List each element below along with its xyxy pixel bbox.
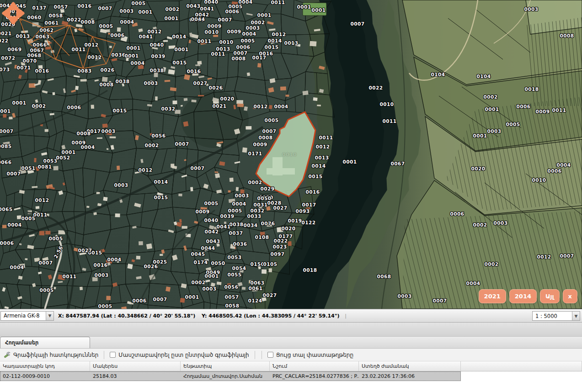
parcels-grid: Կադաստրային կոդՄակերեսԵնթատիպՆշումՍտեղծ … — [0, 361, 582, 381]
grid-cell: 23.02.2026 17:36:06 — [359, 371, 461, 381]
imagery-year-buttons: 20212014Այլx — [479, 289, 577, 303]
graphics-properties-button[interactable]: Գրաֆիկայի հատկություններ — [0, 350, 102, 360]
chevron-down-icon[interactable]: ▼ — [572, 312, 580, 320]
grid-header: Կադաստրային կոդՄակերեսԵնթատիպՆշումՍտեղծ … — [0, 361, 582, 371]
year-button-այլ[interactable]: Այլ — [540, 289, 560, 303]
satellite-map — [0, 0, 582, 309]
scale-value: 1 : 5000 — [533, 313, 572, 319]
grid-column-header[interactable]: Կադաստրային կոդ — [0, 361, 90, 371]
grid-cell: Հողամաս_մոտավոր.Սահման — [181, 371, 270, 381]
pan-control[interactable] — [0, 0, 27, 26]
cursor-coordinates: X: 8447587.94 (Lat : 40.348662 / 40° 20'… — [58, 313, 347, 319]
projection-value: Armenia GK-8 — [1, 313, 46, 319]
map-viewport[interactable]: 0048004500180019013700570016002000600058… — [0, 0, 582, 309]
pan-right-icon — [18, 10, 23, 17]
show-documents-checkbox[interactable]: Ցույց տալ փաստաթղթերը — [264, 352, 357, 358]
graphics-properties-label: Գրաֆիկայի հատկություններ — [13, 352, 98, 358]
checkbox-icon[interactable] — [110, 352, 116, 358]
map-status-bar: Armenia GK-8 ▼ X: 8447587.94 (Lat : 40.3… — [0, 309, 582, 323]
grid-column-header[interactable]: Ստեղծ ժամանակ — [359, 361, 461, 371]
grid-cell: 02-112-0009-0010 — [0, 371, 90, 381]
grid-column-header-empty[interactable] — [461, 361, 582, 371]
toolbar-separator — [255, 351, 255, 359]
grid-cell: 25184.03 — [90, 371, 181, 381]
zoom-to-graphic-label: Մասշտաբավորել ըստ ընտրված գրաֆիկայի — [118, 352, 249, 358]
grid-column-header[interactable]: Ենթատիպ — [181, 361, 270, 371]
wrench-icon — [4, 351, 11, 359]
grid-column-header[interactable]: Մակերես — [90, 361, 181, 371]
zoom-to-graphic-checkbox[interactable]: Մասշտաբավորել ըստ ընտրված գրաֆիկայի — [106, 352, 252, 358]
grid-row-selected[interactable]: 02-112-0009-001025184.03Հողամաս_մոտավոր.… — [0, 371, 461, 381]
tab-parcels-label: Հողամասեր — [5, 339, 38, 346]
pan-up-icon — [10, 4, 17, 9]
tab-parcels[interactable]: Հողամասեր — [0, 337, 90, 348]
cadastre-gis-app: 0048004500180019013700570016002000600058… — [0, 0, 582, 392]
y-label: Y: — [202, 313, 207, 319]
pan-down-icon — [10, 18, 17, 23]
panel-toolbar: Գրաֆիկայի հատկություններ Մասշտաբավորել ը… — [0, 349, 582, 361]
stadium-field — [303, 3, 326, 16]
x-value: 8447587.94 (Lat : 40.348662 / 40° 20' 55… — [66, 313, 195, 319]
grid-body: 02-112-0009-001025184.03Հողամաս_մոտավոր.… — [0, 371, 582, 381]
year-button-2021[interactable]: 2021 — [479, 289, 506, 303]
year-button-x[interactable]: x — [563, 289, 577, 303]
checkbox-icon[interactable] — [267, 352, 273, 358]
y-value: 4468505.42 (Lon : 44.383095 / 44° 22' 59… — [208, 313, 339, 319]
pan-left-icon — [4, 10, 9, 17]
panel-divider[interactable] — [0, 323, 582, 337]
grid-cell: PRC_CACLAR=25184.0277836 ; P... — [270, 371, 359, 381]
projection-select[interactable]: Armenia GK-8 ▼ — [0, 311, 54, 321]
toolbar-separator — [104, 351, 104, 359]
year-button-2014[interactable]: 2014 — [509, 289, 537, 303]
x-label: X: — [58, 313, 64, 319]
grid-column-header[interactable]: Նշում — [270, 361, 359, 371]
show-documents-label: Ցույց տալ փաստաթղթերը — [276, 352, 353, 358]
statusbar-separator: | — [345, 313, 347, 319]
chevron-down-icon[interactable]: ▼ — [46, 312, 53, 320]
toolbar-separator — [262, 351, 262, 359]
panel-tabstrip: Հողամասեր — [0, 337, 582, 349]
scale-select[interactable]: 1 : 5000 ▼ — [532, 311, 580, 321]
